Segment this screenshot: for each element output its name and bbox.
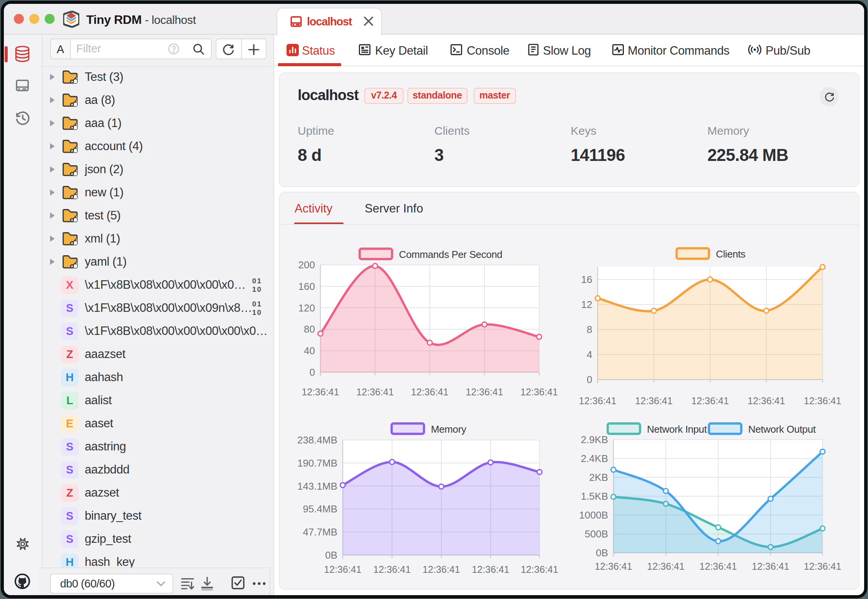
svg-text:2.4KB: 2.4KB — [581, 453, 608, 464]
svg-text:120: 120 — [298, 302, 315, 314]
svg-text:12:36:41: 12:36:41 — [747, 395, 785, 406]
svg-text:4: 4 — [587, 349, 592, 360]
svg-text:12:36:41: 12:36:41 — [411, 387, 448, 397]
svg-text:190.7MB: 190.7MB — [297, 457, 337, 469]
svg-text:238.4MB: 238.4MB — [297, 434, 337, 446]
svg-text:80: 80 — [304, 323, 315, 335]
svg-text:0: 0 — [587, 374, 592, 385]
svg-text:0B: 0B — [325, 549, 337, 561]
svg-text:12:36:41: 12:36:41 — [595, 561, 632, 572]
svg-text:12:36:41: 12:36:41 — [356, 387, 394, 397]
svg-text:Commands Per Second: Commands Per Second — [399, 249, 502, 260]
svg-text:12:36:41: 12:36:41 — [520, 387, 558, 397]
svg-text:95.4MB: 95.4MB — [303, 503, 337, 515]
svg-text:12:36:41: 12:36:41 — [302, 387, 339, 397]
svg-text:0: 0 — [310, 366, 315, 378]
svg-text:143.1MB: 143.1MB — [297, 480, 337, 492]
svg-text:12:36:41: 12:36:41 — [373, 564, 411, 575]
svg-text:16: 16 — [581, 274, 592, 285]
svg-text:1000B: 1000B — [579, 509, 608, 521]
svg-text:47.7MB: 47.7MB — [303, 526, 337, 538]
svg-text:12: 12 — [581, 299, 592, 310]
svg-text:8: 8 — [587, 324, 592, 335]
svg-text:12:36:41: 12:36:41 — [521, 564, 558, 575]
svg-text:12:36:41: 12:36:41 — [752, 561, 789, 572]
svg-text:40: 40 — [304, 345, 315, 356]
svg-text:12:36:41: 12:36:41 — [466, 387, 503, 397]
svg-text:200: 200 — [298, 259, 315, 271]
svg-text:12:36:41: 12:36:41 — [699, 561, 737, 572]
svg-text:Network Output: Network Output — [748, 423, 816, 435]
svg-text:12:36:41: 12:36:41 — [804, 395, 841, 406]
svg-text:12:36:41: 12:36:41 — [691, 395, 729, 406]
svg-text:12:36:41: 12:36:41 — [635, 395, 672, 406]
svg-text:12:36:41: 12:36:41 — [647, 561, 684, 572]
svg-text:Network Input: Network Input — [647, 423, 707, 435]
svg-text:0B: 0B — [596, 547, 608, 559]
svg-text:2.9KB: 2.9KB — [581, 434, 608, 445]
svg-text:12:36:41: 12:36:41 — [324, 564, 361, 575]
svg-text:12:36:41: 12:36:41 — [804, 561, 841, 572]
svg-text:1.5KB: 1.5KB — [581, 490, 608, 502]
svg-text:2KB: 2KB — [589, 472, 608, 483]
svg-text:160: 160 — [298, 281, 315, 292]
svg-text:500B: 500B — [585, 528, 608, 540]
svg-text:Memory: Memory — [431, 423, 466, 435]
svg-text:Clients: Clients — [716, 248, 746, 260]
svg-text:12:36:41: 12:36:41 — [422, 564, 460, 575]
svg-text:12:36:41: 12:36:41 — [579, 395, 616, 406]
svg-text:12:36:41: 12:36:41 — [472, 564, 509, 575]
